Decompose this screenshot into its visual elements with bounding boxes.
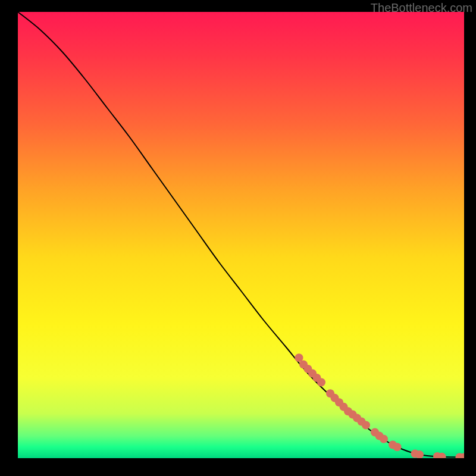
- attribution-text: TheBottleneck.com: [371, 1, 472, 15]
- chart-marker: [393, 443, 402, 451]
- bottleneck-chart: [18, 12, 464, 458]
- chart-marker: [380, 435, 388, 443]
- chart-marker: [362, 421, 370, 430]
- chart-marker: [317, 378, 325, 387]
- chart-svg: [18, 12, 464, 458]
